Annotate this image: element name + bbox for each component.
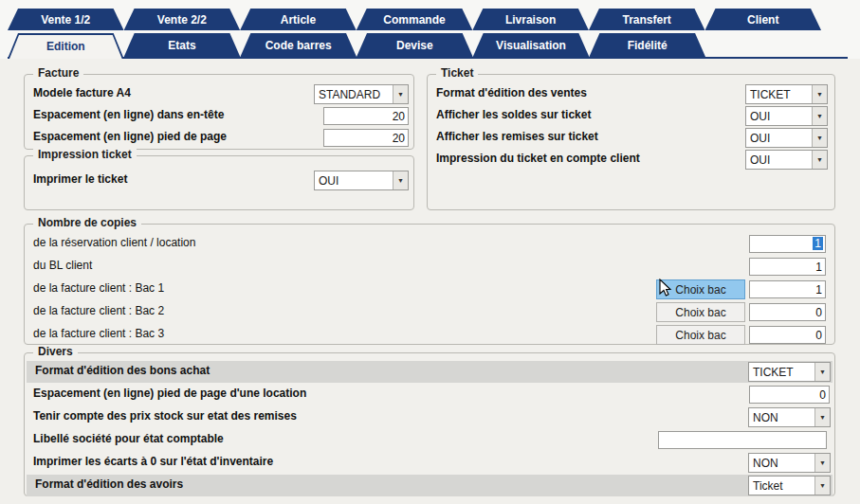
espacement-location-input[interactable] <box>749 386 830 404</box>
tab-label: Edition <box>46 40 85 53</box>
afficher-remises-dropdown[interactable]: OUI ▼ <box>745 128 828 148</box>
tab-code-barres[interactable]: Code barres <box>240 33 357 57</box>
settings-screen: Vente 1/2 Vente 2/2 Article Commande Liv… <box>0 0 860 504</box>
setting-row: Afficher les soldes sur ticket OUI ▼ <box>428 105 834 127</box>
tab-label: Fidélité <box>628 39 668 52</box>
format-bons-achat-dropdown[interactable]: TICKET ▼ <box>748 362 831 382</box>
setting-row: du BL client <box>25 256 834 278</box>
tab-label: Vente 2/2 <box>157 13 207 27</box>
group-facture: Facture Modele facture A4 STANDARD ▼ Esp… <box>24 74 414 150</box>
setting-label: Modele facture A4 <box>33 86 131 99</box>
dropdown-value: Ticket <box>749 479 814 493</box>
dropdown-value: NON <box>749 411 814 424</box>
tab-label: Transfert <box>623 13 671 27</box>
afficher-soldes-dropdown[interactable]: OUI ▼ <box>745 106 828 126</box>
tab-label: Commande <box>383 13 445 27</box>
setting-label: Espacement (en ligne) pied de page d'une… <box>33 387 306 400</box>
tab-fidelite[interactable]: Fidélité <box>589 33 705 57</box>
setting-row: de la facture client : Bac 2 Choix bac <box>25 301 834 323</box>
group-title: Impression ticket <box>33 148 137 161</box>
tab-label: Etats <box>168 39 195 52</box>
setting-label: de la facture client : Bac 2 <box>33 304 164 317</box>
tab-etats[interactable]: Etats <box>124 33 241 57</box>
setting-label: de la facture client : Bac 3 <box>33 327 164 340</box>
espacement-pied-input[interactable] <box>323 129 409 147</box>
setting-row: Espacement (en ligne) pied de page <box>25 127 413 149</box>
copies-facture-bac3-input[interactable] <box>749 326 826 344</box>
tab-edition-active[interactable]: Edition <box>8 33 124 59</box>
tab-label: Client <box>747 13 778 27</box>
tab-vente-2-2[interactable]: Vente 2/2 <box>124 9 241 30</box>
modele-facture-dropdown[interactable]: STANDARD ▼ <box>314 84 409 104</box>
tab-devise[interactable]: Devise <box>357 33 473 57</box>
dropdown-arrow-icon[interactable]: ▼ <box>812 129 827 147</box>
setting-label: Afficher les soldes sur ticket <box>436 108 591 121</box>
selected-text: 1 <box>813 237 823 250</box>
tab-row-1: Vente 1/2 Vente 2/2 Article Commande Liv… <box>8 9 821 30</box>
tab-commande[interactable]: Commande <box>357 9 473 30</box>
group-nombre-copies: Nombre de copies de la réservation clien… <box>24 224 835 345</box>
setting-label: du BL client <box>33 259 92 272</box>
format-edition-ventes-dropdown[interactable]: TICKET ▼ <box>745 84 828 104</box>
dropdown-arrow-icon[interactable]: ▼ <box>814 408 830 426</box>
setting-row: Imprimer le ticket OUI ▼ <box>25 170 413 191</box>
setting-row: Espacement (en ligne) pied de page d'une… <box>25 384 834 405</box>
copies-bl-client-input[interactable] <box>749 258 826 276</box>
format-avoirs-dropdown[interactable]: Ticket ▼ <box>748 476 831 495</box>
tab-transfert[interactable]: Transfert <box>589 9 705 30</box>
libelle-societe-input[interactable] <box>658 431 827 449</box>
choix-bac-3-button[interactable]: Choix bac <box>656 325 745 345</box>
choix-bac-2-button[interactable]: Choix bac <box>656 302 745 322</box>
tab-vente-1-2[interactable]: Vente 1/2 <box>8 9 124 30</box>
copies-facture-bac2-input[interactable] <box>749 303 826 321</box>
choix-bac-1-button[interactable]: Choix bac <box>656 279 745 299</box>
setting-row: Impression du ticket en compte client OU… <box>428 149 834 171</box>
dropdown-arrow-icon[interactable]: ▼ <box>393 171 408 189</box>
setting-row: Afficher les remises sur ticket OUI ▼ <box>428 127 834 149</box>
setting-row: Format d'édition des avoirs Ticket ▼ <box>27 475 833 496</box>
tab-underline <box>8 57 848 59</box>
impression-compte-client-dropdown[interactable]: OUI ▼ <box>745 150 828 170</box>
group-divers: Divers Format d'édition des bons achat T… <box>24 352 835 496</box>
dropdown-value: OUI <box>315 174 393 188</box>
dropdown-arrow-icon[interactable]: ▼ <box>814 477 830 495</box>
ecarts-inventaire-dropdown[interactable]: NON ▼ <box>748 453 831 473</box>
tab-livraison[interactable]: Livraison <box>472 9 589 30</box>
setting-label: Format d'édition des bons achat <box>35 364 210 377</box>
setting-label: de la réservation client / location <box>33 236 195 249</box>
prix-stock-remises-dropdown[interactable]: NON ▼ <box>748 407 831 427</box>
copies-facture-bac1-input[interactable] <box>749 280 826 298</box>
setting-label: Afficher les remises sur ticket <box>436 130 598 143</box>
setting-row: de la réservation client / location 1 <box>25 233 834 255</box>
tab-label: Code barres <box>265 39 332 52</box>
dropdown-value: OUI <box>746 110 812 123</box>
dropdown-value: OUI <box>746 153 812 167</box>
dropdown-arrow-icon[interactable]: ▼ <box>812 107 827 125</box>
tab-article[interactable]: Article <box>240 9 357 30</box>
dropdown-value: TICKET <box>746 88 812 101</box>
setting-row: de la facture client : Bac 1 Choix bac <box>25 279 834 300</box>
tab-visualisation[interactable]: Visualisation <box>473 33 590 57</box>
imprimer-ticket-dropdown[interactable]: OUI ▼ <box>314 171 409 190</box>
copies-reservation-input[interactable]: 1 <box>749 235 826 253</box>
tab-client[interactable]: Client <box>704 9 821 30</box>
setting-label: Tenir compte des prix stock sur etat des… <box>33 409 297 423</box>
group-title: Facture <box>33 66 83 80</box>
setting-label: Impression du ticket en compte client <box>436 152 640 165</box>
setting-label: Format d'édition des ventes <box>436 86 587 99</box>
dropdown-arrow-icon[interactable]: ▼ <box>812 85 827 103</box>
setting-row: Format d'édition des ventes TICKET ▼ <box>428 83 834 105</box>
tab-label: Devise <box>396 39 433 52</box>
espacement-entete-input[interactable] <box>323 107 409 125</box>
setting-row: Libellé société pour état comptable <box>25 429 834 451</box>
group-impression-ticket: Impression ticket Imprimer le ticket OUI… <box>24 155 414 210</box>
tab-label: Visualisation <box>496 39 566 52</box>
setting-label: Imprimer le ticket <box>33 172 127 186</box>
group-title: Ticket <box>436 66 478 80</box>
dropdown-arrow-icon[interactable]: ▼ <box>812 151 827 169</box>
setting-label: Libellé société pour état comptable <box>33 432 224 445</box>
dropdown-arrow-icon[interactable]: ▼ <box>814 454 830 472</box>
dropdown-arrow-icon[interactable]: ▼ <box>814 363 830 381</box>
tab-label: Vente 1/2 <box>41 13 90 27</box>
dropdown-arrow-icon[interactable]: ▼ <box>393 85 408 103</box>
